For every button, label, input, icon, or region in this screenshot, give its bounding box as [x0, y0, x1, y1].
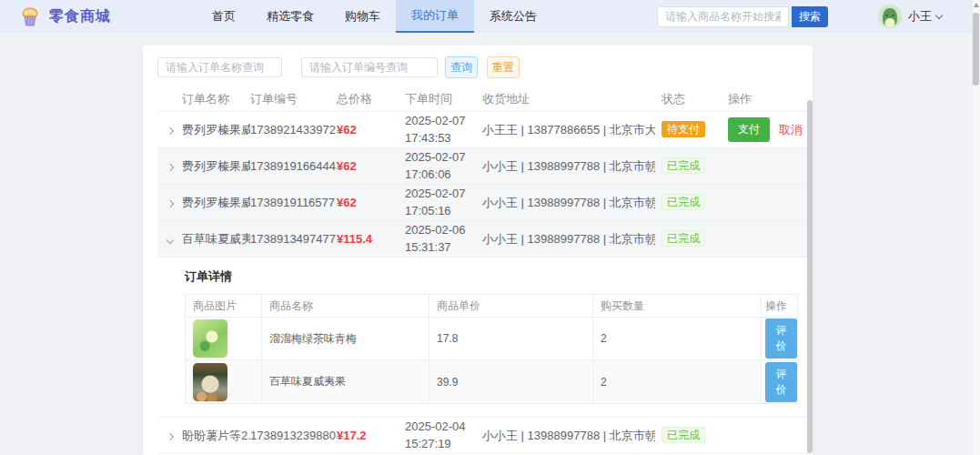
order-price: ¥62 [337, 123, 357, 136]
order-detail-table: 商品图片商品名称商品单价购买数量操作溜溜梅绿茶味青梅17.82评价百草味夏威夷果… [185, 294, 798, 404]
review-button[interactable]: 评价 [765, 362, 797, 402]
column-header-1: 订单编号 [250, 91, 337, 107]
orders-table: 订单名称订单编号总价格下单时间收货地址状态操作 费列罗榛果威...1738921… [157, 87, 810, 454]
detail-table-header: 商品图片商品名称商品单价购买数量操作 [186, 295, 797, 318]
query-button[interactable]: 查询 [445, 56, 478, 78]
order-name-query-input[interactable] [157, 57, 282, 77]
scrollbar-thumb[interactable] [973, 13, 979, 86]
status-badge: 已完成 [662, 157, 705, 174]
order-row: 盼盼薯片等2...1738913239880¥17.22025-02-0415:… [157, 418, 810, 454]
order-row: 费列罗榛果威...1738919166444¥622025-02-0717:06… [157, 148, 810, 185]
orders-table-body: 费列罗榛果威...1738921433972¥622025-02-0717:43… [157, 112, 810, 454]
product-price: 39.9 [429, 360, 593, 403]
column-header-0: 订单名称 [182, 91, 250, 107]
order-name: 费列罗榛果威... [182, 195, 250, 211]
order-time: 15:31:37 [405, 239, 477, 257]
order-price: ¥17.2 [337, 429, 367, 442]
order-datetime: 2025-02-0415:27:19 [405, 419, 482, 453]
brand-home-link[interactable]: 零食商城 [18, 5, 197, 28]
order-address: 小小王 | 13988997788 | 北京市朝阳区东... [482, 231, 655, 248]
product-qty: 2 [593, 360, 762, 403]
order-row: 费列罗榛果威...1738919116577¥622025-02-0717:05… [157, 185, 810, 221]
column-header-6: 操作 [712, 91, 810, 107]
order-datetime: 2025-02-0615:31:37 [405, 222, 482, 257]
order-price: ¥62 [337, 196, 357, 209]
navbar-right: 搜索 小王 [657, 5, 980, 28]
order-name: 费列罗榛果威... [182, 158, 250, 175]
order-time: 17:43:53 [405, 130, 477, 147]
username[interactable]: 小王 [908, 8, 932, 25]
order-price: ¥115.4 [337, 232, 372, 246]
order-row: 百草味夏威夷...1738913497477¥115.42025-02-0615… [157, 221, 810, 258]
order-address: 小小王 | 13988997788 | 北京市朝阳区东... [482, 195, 655, 211]
user-avatar[interactable] [878, 5, 902, 28]
top-navbar: 零食商城 首页精选零食购物车我的订单系统公告 搜索 小王 [0, 0, 980, 33]
product-name: 百草味夏威夷果 [262, 360, 429, 403]
order-price: ¥62 [337, 159, 357, 173]
order-number-query-input[interactable] [301, 57, 438, 77]
product-search-input[interactable] [657, 6, 789, 27]
order-date: 2025-02-07 [405, 186, 477, 203]
order-row: 费列罗榛果威...1738921433972¥622025-02-0717:43… [157, 112, 810, 148]
expand-row-icon[interactable] [167, 200, 174, 207]
order-detail-title: 订单详情 [185, 268, 798, 285]
column-header-5: 状态 [655, 91, 712, 107]
column-header-2: 总价格 [337, 91, 405, 107]
detail-column-header-1: 商品名称 [262, 295, 429, 317]
order-datetime: 2025-02-0717:43:53 [405, 113, 482, 147]
table-scrollbar[interactable] [807, 100, 813, 453]
order-address: 小王王 | 13877886655 | 北京市大兴区枫... [482, 122, 655, 138]
status-badge: 已完成 [662, 194, 705, 210]
order-number: 1738919166444 [250, 159, 337, 173]
orders-card: 查询 重置 订单名称订单编号总价格下单时间收货地址状态操作 费列罗榛果威...1… [143, 46, 813, 455]
expand-row-icon[interactable] [167, 127, 174, 135]
browser-scrollbar[interactable] [972, 0, 980, 455]
pay-button[interactable]: 支付 [728, 117, 770, 142]
order-date: 2025-02-07 [405, 149, 477, 167]
order-name: 费列罗榛果威... [182, 122, 250, 138]
order-number: 1738913239880 [250, 429, 337, 442]
order-number: 1738921433972 [250, 123, 337, 136]
column-header-4: 收货地址 [482, 91, 655, 107]
order-detail-panel: 订单详情商品图片商品名称商品单价购买数量操作溜溜梅绿茶味青梅17.82评价百草味… [157, 258, 810, 418]
order-number: 1738913497477 [250, 232, 337, 246]
status-badge: 待支付 [662, 121, 705, 137]
product-image [193, 363, 227, 401]
detail-column-header-0: 商品图片 [186, 295, 262, 317]
nav-item-2[interactable]: 购物车 [329, 0, 396, 33]
detail-row: 溜溜梅绿茶味青梅17.82评价 [186, 318, 797, 360]
nav-item-0[interactable]: 首页 [197, 0, 251, 33]
reset-button[interactable]: 重置 [487, 56, 520, 78]
cancel-link[interactable]: 取消 [779, 122, 803, 138]
order-date: 2025-02-04 [405, 419, 477, 436]
expand-row-icon[interactable] [167, 164, 174, 171]
order-datetime: 2025-02-0717:05:16 [405, 186, 482, 220]
order-date: 2025-02-06 [405, 222, 477, 239]
expand-row-icon[interactable] [167, 433, 174, 440]
order-name: 百草味夏威夷... [182, 231, 250, 248]
order-date: 2025-02-07 [405, 113, 477, 130]
nav-item-1[interactable]: 精选零食 [251, 0, 329, 33]
detail-row: 百草味夏威夷果39.92评价 [186, 360, 797, 403]
chevron-down-icon[interactable] [935, 11, 943, 18]
product-image [193, 319, 227, 358]
brand-title: 零食商城 [49, 7, 111, 26]
order-address: 小小王 | 13988997788 | 北京市朝阳区东... [482, 158, 655, 175]
review-button[interactable]: 评价 [765, 318, 797, 359]
order-address: 小小王 | 13988997788 | 北京市朝阳区东... [482, 428, 655, 444]
order-number: 1738919116577 [250, 196, 337, 209]
collapse-row-icon[interactable] [167, 237, 174, 244]
nav-item-3[interactable]: 我的订单 [396, 0, 474, 33]
nav-item-4[interactable]: 系统公告 [474, 0, 552, 33]
order-time: 17:05:16 [405, 203, 477, 220]
detail-column-header-2: 商品单价 [429, 295, 593, 317]
detail-column-header-3: 购买数量 [593, 295, 762, 317]
scroll-up-icon[interactable] [974, 3, 979, 7]
product-qty: 2 [593, 318, 762, 359]
order-time: 15:27:19 [405, 436, 477, 453]
search-button[interactable]: 搜索 [792, 6, 828, 27]
status-badge: 已完成 [662, 427, 705, 443]
order-filter-bar: 查询 重置 [157, 56, 813, 78]
nav-menu: 首页精选零食购物车我的订单系统公告 [197, 0, 552, 33]
product-price: 17.8 [429, 318, 593, 359]
